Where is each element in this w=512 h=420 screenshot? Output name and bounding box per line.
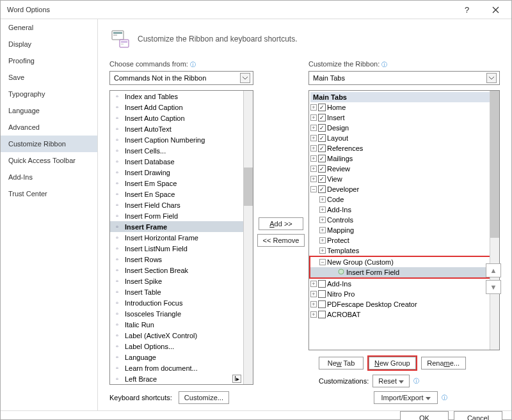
command-item[interactable]: ▫Isosceles Triangle xyxy=(110,308,253,319)
command-item[interactable]: ▫Insert Caption Numbering xyxy=(110,134,253,145)
rename-button[interactable]: Rename... xyxy=(421,357,466,369)
commands-listbox[interactable]: ▫Index and Tables▫Insert Add Caption▫Ins… xyxy=(109,90,253,385)
expand-toggle[interactable]: + xyxy=(310,176,317,182)
command-item[interactable]: ▫Insert ListNum Field xyxy=(110,243,253,254)
chevron-down-icon[interactable] xyxy=(486,73,497,83)
new-group-button[interactable]: New Group xyxy=(369,357,416,369)
sidebar-item-quick-access-toolbar[interactable]: Quick Access Toolbar xyxy=(1,152,97,169)
checkbox[interactable]: ✓ xyxy=(318,104,326,111)
command-item[interactable]: ▫Insert Drawing xyxy=(110,167,253,178)
cancel-button[interactable]: Cancel xyxy=(454,411,502,420)
checkbox[interactable]: ✓ xyxy=(318,114,326,121)
command-item[interactable]: ▫Insert Horizontal Frame xyxy=(110,232,253,243)
move-down-button[interactable]: ▼ xyxy=(486,280,501,294)
command-item[interactable]: ▫Learn from document... xyxy=(110,362,253,373)
expand-toggle[interactable]: + xyxy=(319,247,326,254)
expand-toggle[interactable]: − xyxy=(310,186,317,192)
move-up-button[interactable]: ▲ xyxy=(486,263,501,277)
expand-toggle[interactable]: + xyxy=(310,166,317,172)
checkbox[interactable]: ✓ xyxy=(318,175,326,183)
checkbox[interactable]: ✓ xyxy=(318,185,326,193)
checkbox[interactable] xyxy=(318,311,326,318)
command-item[interactable]: ▫Insert En Space xyxy=(110,189,253,199)
tree-row[interactable]: +Add-Ins xyxy=(310,205,498,215)
tree-row[interactable]: +✓Layout xyxy=(310,133,498,143)
expand-toggle[interactable]: + xyxy=(310,155,317,162)
command-item[interactable]: ▫Insert Rows xyxy=(110,254,253,265)
sidebar-item-advanced[interactable]: Advanced xyxy=(1,119,97,136)
expand-toggle[interactable]: + xyxy=(310,311,317,318)
tree-row[interactable]: +✓References xyxy=(310,143,498,153)
help-button[interactable]: ? xyxy=(452,1,481,19)
sidebar-item-customize-ribbon[interactable]: Customize Ribbon xyxy=(1,136,97,152)
checkbox[interactable]: ✓ xyxy=(318,134,326,142)
help-icon[interactable]: ⓘ xyxy=(413,377,419,385)
expand-toggle[interactable]: + xyxy=(319,196,326,203)
command-item[interactable]: ▫Insert Em Space xyxy=(110,178,253,189)
customize-shortcuts-button[interactable]: Customize... xyxy=(179,391,229,404)
sidebar-item-trust-center[interactable]: Trust Center xyxy=(1,185,97,202)
command-item[interactable]: ▫Language xyxy=(110,352,253,362)
tree-row[interactable]: +✓Mailings xyxy=(310,153,498,164)
sidebar-item-language[interactable]: Language xyxy=(1,102,97,119)
checkbox[interactable] xyxy=(318,290,326,298)
expand-toggle[interactable]: + xyxy=(310,145,317,152)
tree-row[interactable]: +PDFescape Desktop Creator xyxy=(310,299,498,309)
checkbox[interactable] xyxy=(318,300,326,308)
command-item[interactable]: ▫Introduction Focus xyxy=(110,297,253,308)
help-icon[interactable]: ⓘ xyxy=(381,61,387,68)
expand-toggle[interactable]: + xyxy=(310,281,317,287)
sidebar-item-display[interactable]: Display xyxy=(1,36,97,52)
tree-row[interactable]: Insert Form Field xyxy=(310,267,490,277)
tree-row[interactable]: +Nitro Pro xyxy=(310,289,498,299)
sidebar-item-typography[interactable]: Typography xyxy=(1,86,97,102)
tree-row[interactable]: +✓View xyxy=(310,174,498,184)
ribbon-tree[interactable]: Main Tabs+✓Home+✓Insert+✓Design+✓Layout+… xyxy=(308,90,500,350)
expand-toggle[interactable]: + xyxy=(319,217,326,223)
chevron-down-icon[interactable] xyxy=(240,73,250,83)
import-export-button[interactable]: Import/Export xyxy=(374,391,438,404)
tree-row[interactable]: +Controls xyxy=(310,215,498,225)
checkbox[interactable]: ✓ xyxy=(318,165,326,173)
command-item[interactable]: ▫Insert Frame xyxy=(110,221,253,232)
command-item[interactable]: ▫Index and Tables xyxy=(110,91,253,102)
tree-row[interactable]: +Protect xyxy=(310,235,498,245)
add-button[interactable]: Add >> xyxy=(259,217,303,230)
choose-commands-combo[interactable]: Commands Not in the Ribbon xyxy=(109,71,253,85)
tree-row[interactable]: +✓Design xyxy=(310,123,498,133)
checkbox[interactable]: ✓ xyxy=(318,155,326,162)
sidebar-item-proofing[interactable]: Proofing xyxy=(1,52,97,69)
expand-toggle[interactable]: + xyxy=(310,125,317,131)
expand-toggle[interactable]: + xyxy=(310,301,317,307)
tree-row[interactable]: +Code xyxy=(310,194,498,205)
command-item[interactable]: ▫Insert Spike xyxy=(110,276,253,286)
tree-row[interactable]: +✓Review xyxy=(310,164,498,174)
command-item[interactable]: ▫Insert Table xyxy=(110,286,253,297)
expand-toggle[interactable]: + xyxy=(310,104,317,111)
scrollbar[interactable] xyxy=(243,91,253,384)
expand-toggle[interactable]: + xyxy=(319,206,326,213)
tree-row[interactable]: +✓Insert xyxy=(310,113,498,123)
customize-ribbon-combo[interactable]: Main Tabs xyxy=(308,71,500,85)
checkbox[interactable]: ✓ xyxy=(318,124,326,132)
reset-button[interactable]: Reset xyxy=(372,375,410,387)
new-tab-button[interactable]: New Tab xyxy=(319,357,364,369)
command-item[interactable]: ▫Insert Field Chars xyxy=(110,199,253,210)
help-icon[interactable]: ⓘ xyxy=(442,394,447,402)
sidebar-item-general[interactable]: General xyxy=(1,19,97,36)
checkbox[interactable]: ✓ xyxy=(318,144,326,152)
expand-toggle[interactable]: + xyxy=(319,227,326,233)
tree-row[interactable]: −New Group (Custom) xyxy=(310,257,490,267)
command-item[interactable]: ▫Italic Run xyxy=(110,319,253,330)
close-button[interactable] xyxy=(481,1,510,19)
tree-row[interactable]: +✓Home xyxy=(310,102,498,113)
tree-row[interactable]: +ACROBAT xyxy=(310,309,498,320)
command-item[interactable]: ▫Insert Database xyxy=(110,156,253,167)
command-item[interactable]: ▫Insert AutoText xyxy=(110,123,253,134)
tree-row[interactable]: −✓Developer xyxy=(310,184,498,194)
expand-toggle[interactable]: − xyxy=(319,259,326,265)
expand-toggle[interactable]: + xyxy=(319,237,326,244)
command-item[interactable]: ▫Insert Section Break xyxy=(110,265,253,276)
command-item[interactable]: ▫Insert Cells... xyxy=(110,145,253,156)
sidebar-item-add-ins[interactable]: Add-Ins xyxy=(1,169,97,185)
